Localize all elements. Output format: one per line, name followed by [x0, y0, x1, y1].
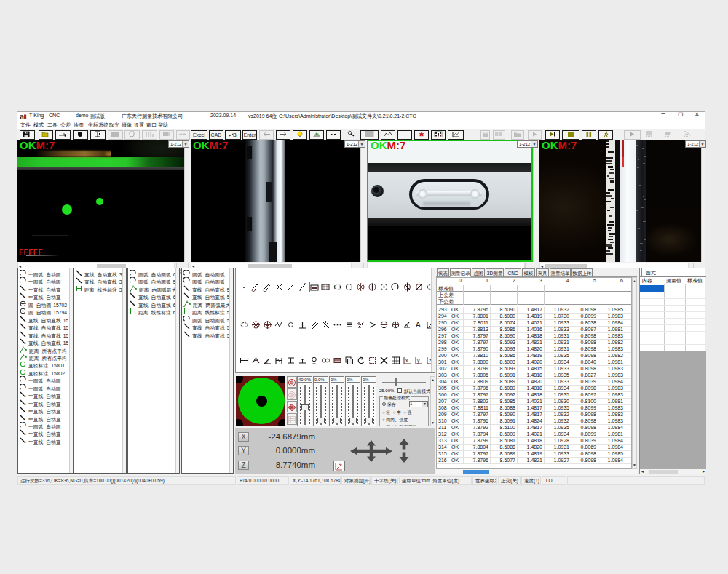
svg-text:x: x: [405, 358, 408, 363]
svg-text:B: B: [233, 132, 237, 137]
svg-text:y: y: [417, 358, 420, 364]
svg-text:a: a: [20, 113, 24, 120]
svg-text:A: A: [416, 321, 421, 329]
